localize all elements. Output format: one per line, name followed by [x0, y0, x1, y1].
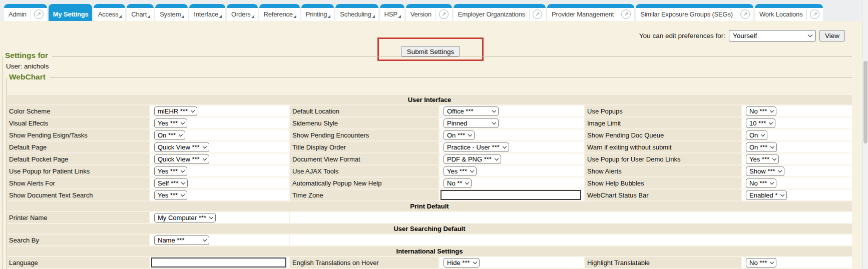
chevron-down-icon: [181, 180, 185, 184]
settings-table: User InterfaceColor SchememiEHR ***Defau…: [7, 95, 852, 268]
show-alerts-select[interactable]: Show ***: [746, 166, 784, 176]
dropdown-corner-icon: [293, 15, 296, 18]
select-value: Hide ***: [447, 259, 470, 266]
show-pending-encounters-select[interactable]: On ***: [444, 130, 475, 140]
view-button[interactable]: View: [819, 30, 845, 42]
setting-value-cell: No ***: [742, 106, 852, 116]
tab-hsp[interactable]: HSP: [380, 4, 404, 21]
tab-work-locations[interactable]: Work Locations↗: [755, 4, 823, 21]
tab-label: My Settings: [53, 7, 89, 18]
setting-value-cell: On ***: [150, 130, 289, 140]
dropdown-corner-icon: [119, 15, 122, 18]
show-pending-doc-queue-select[interactable]: On: [746, 130, 767, 140]
use-popup-for-user-demo-links-select[interactable]: Yes ***: [746, 154, 779, 164]
tab-label: HSP: [384, 7, 397, 18]
tab-label: Access: [98, 7, 119, 18]
tab-chart[interactable]: Chart: [127, 4, 154, 21]
warn-if-exiting-without-submit-select[interactable]: On ***: [746, 142, 777, 152]
chevron-down-icon: [473, 260, 477, 264]
select-value: PDF & PNG ***: [447, 156, 492, 163]
select-value: Pinned: [447, 120, 467, 127]
tab-system[interactable]: System: [155, 4, 188, 21]
scrollbar[interactable]: [862, 0, 868, 269]
setting-value-cell: My Computer ***: [150, 212, 289, 223]
chevron-down-icon: [181, 168, 185, 172]
tab-employer-organizations[interactable]: Employer Organizations↗: [454, 4, 546, 21]
color-scheme-select[interactable]: miEHR ***: [154, 106, 197, 116]
use-ajax-tools-select[interactable]: Yes ***: [444, 166, 477, 176]
sidemenu-style-select[interactable]: Pinned: [444, 118, 499, 128]
show-help-bubbles-select[interactable]: No ***: [746, 178, 776, 188]
setting-value-cell: On ***: [440, 130, 584, 140]
title-display-order-label: Title Display Order: [290, 142, 439, 152]
english-translations-on-hover-select[interactable]: Hide ***: [444, 258, 480, 268]
tab-reference[interactable]: Reference: [259, 4, 300, 21]
tab-orders[interactable]: Orders: [227, 4, 258, 21]
time-zone-input[interactable]: [441, 190, 581, 200]
select-value: On ***: [447, 132, 465, 139]
external-link-icon[interactable]: ↗: [740, 10, 750, 19]
tab-version[interactable]: Version↗: [406, 4, 452, 21]
use-popup-for-patient-links-label: Use Popup for Patient Links: [7, 166, 149, 176]
chevron-down-icon: [468, 132, 472, 136]
show-alerts-for-select[interactable]: Self ***: [154, 178, 188, 188]
external-link-icon[interactable]: ↗: [34, 10, 44, 19]
default-location-select[interactable]: Office ***: [444, 106, 499, 116]
tab-label: Similar Exposure Groups (SEGs): [640, 7, 733, 18]
show-alerts-label: Show Alerts: [585, 166, 741, 176]
select-value: Yes ***: [158, 192, 178, 199]
tab-label: Work Locations: [759, 7, 803, 18]
printer-name-select[interactable]: My Computer ***: [154, 213, 216, 222]
setting-value-cell: miEHR ***: [150, 106, 289, 116]
webchart-status-bar-select[interactable]: Enabled *: [746, 190, 787, 200]
tab-printing[interactable]: Printing: [301, 4, 334, 21]
settings-page: You can edit preferences for: Yourself V…: [0, 21, 868, 269]
setting-value-cell: Yes ***: [440, 166, 584, 176]
dropdown-corner-icon: [219, 15, 222, 18]
external-link-icon[interactable]: ↗: [621, 10, 631, 19]
use-popup-for-patient-links-select[interactable]: Yes ***: [154, 166, 187, 176]
show-alerts-for-label: Show Alerts For: [7, 178, 149, 188]
language-input[interactable]: [151, 258, 286, 268]
chevron-down-icon: [492, 120, 496, 124]
tab-divider: [529, 9, 530, 20]
external-link-icon[interactable]: ↗: [533, 10, 542, 19]
search-by-select[interactable]: Name ***: [154, 236, 209, 245]
default-page-select[interactable]: Quick View ***: [154, 142, 209, 152]
setting-value-cell: Name ***: [150, 234, 289, 246]
chevron-down-icon: [808, 32, 813, 38]
highlight-translatable-select[interactable]: No ***: [746, 258, 776, 268]
select-value: No ***: [749, 259, 767, 266]
use-popups-select[interactable]: No ***: [746, 106, 776, 116]
section-header-international-settings: International Settings: [7, 246, 852, 256]
show-document-text-search-select[interactable]: Yes ***: [154, 190, 187, 200]
scrollbar-thumb[interactable]: [863, 61, 867, 144]
default-pocket-page-select[interactable]: Quick View ***: [154, 154, 209, 164]
visual-effects-select[interactable]: Yes ***: [154, 118, 187, 128]
automatically-popup-new-help-select[interactable]: No **: [444, 178, 472, 188]
tab-divider: [436, 9, 436, 20]
select-value: Self ***: [158, 180, 178, 187]
chevron-down-icon: [769, 120, 773, 124]
edit-preferences-select[interactable]: Yourself: [729, 30, 816, 42]
tab-scheduling[interactable]: Scheduling: [335, 4, 378, 21]
document-view-format-select[interactable]: PDF & PNG ***: [444, 154, 501, 164]
image-limit-select[interactable]: 10 ***: [746, 118, 775, 128]
tab-similar-exposure-groups-segs[interactable]: Similar Exposure Groups (SEGs)↗: [636, 4, 753, 21]
show-pending-esign-tasks-select[interactable]: On ***: [154, 130, 185, 140]
select-value: miEHR ***: [158, 108, 188, 115]
external-link-icon[interactable]: ↗: [810, 10, 819, 19]
setting-value-cell: [440, 190, 584, 200]
external-link-icon[interactable]: ↗: [439, 10, 449, 19]
tab-interface[interactable]: Interface: [189, 4, 225, 21]
title-display-order-select[interactable]: Practice - User ***: [444, 142, 509, 152]
tab-admin[interactable]: Admin↗: [4, 4, 47, 21]
tab-my-settings[interactable]: My Settings: [49, 4, 92, 21]
dropdown-corner-icon: [398, 15, 401, 18]
tab-access[interactable]: Access: [94, 4, 126, 21]
select-value: Yes ***: [158, 120, 178, 127]
tab-provider-management[interactable]: Provider Management↗: [547, 4, 634, 21]
chevron-down-icon: [191, 108, 195, 112]
select-value: My Computer ***: [158, 214, 206, 222]
select-value: No **: [447, 180, 462, 187]
